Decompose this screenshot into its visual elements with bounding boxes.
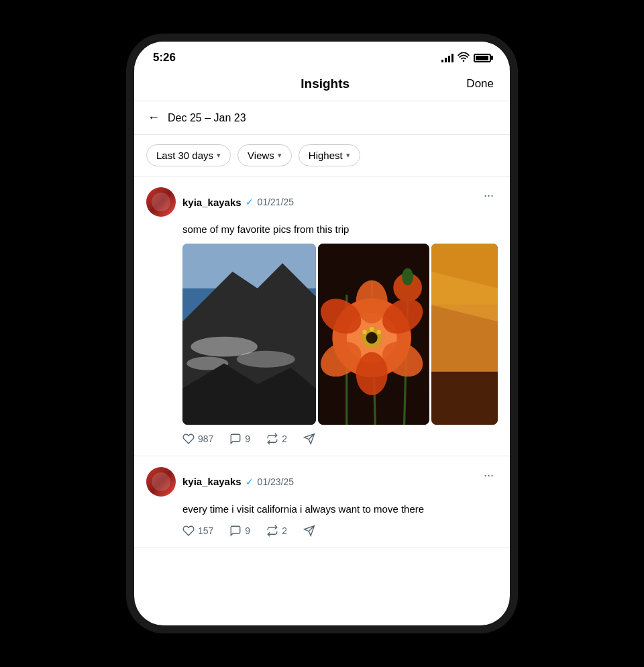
- comment-count: 9: [245, 433, 250, 444]
- photo-3: [431, 244, 498, 425]
- post-actions: 987 9 2: [182, 433, 498, 445]
- svg-point-0: [463, 60, 465, 62]
- svg-point-5: [237, 351, 295, 368]
- svg-point-24: [370, 327, 374, 331]
- like-count: 987: [198, 433, 213, 444]
- like-button[interactable]: 987: [182, 433, 213, 445]
- post-username: kyia_kayaks: [182, 476, 241, 487]
- post-text: every time i visit california i always w…: [182, 502, 498, 517]
- page-title: Insights: [184, 76, 466, 91]
- share-icon: [303, 433, 315, 445]
- svg-point-21: [366, 332, 377, 344]
- heart-icon: [182, 525, 195, 537]
- signal-icon: [441, 53, 453, 62]
- repost-icon: [266, 433, 278, 445]
- status-icons: [441, 52, 491, 64]
- comment-icon: [229, 433, 241, 445]
- post-card: kyia_kayaks ✓ 01/23/25 ··· every time i …: [134, 456, 510, 548]
- repost-count: 2: [282, 433, 287, 444]
- post-header: kyia_kayaks ✓ 01/21/25 ···: [146, 187, 498, 217]
- period-filter[interactable]: Last 30 days ▾: [146, 144, 231, 166]
- status-time: 5:26: [153, 51, 176, 64]
- post-text: some of my favorite pics from this trip: [182, 222, 498, 237]
- avatar: [146, 187, 176, 217]
- battery-icon: [474, 54, 491, 62]
- svg-point-14: [356, 280, 388, 323]
- post-header: kyia_kayaks ✓ 01/23/25 ···: [146, 467, 498, 497]
- like-count: 157: [198, 525, 213, 536]
- repost-icon: [266, 525, 278, 537]
- date-range-text: Dec 25 – Jan 23: [168, 112, 246, 124]
- heart-icon: [182, 433, 195, 445]
- done-button[interactable]: Done: [466, 77, 494, 91]
- photo-2: [318, 244, 429, 425]
- svg-point-26: [402, 268, 413, 285]
- like-button[interactable]: 157: [182, 525, 213, 537]
- metric-filter[interactable]: Views ▾: [237, 144, 292, 166]
- share-button[interactable]: [303, 433, 315, 445]
- post-date: 01/21/25: [258, 197, 294, 207]
- date-range-bar: ← Dec 25 – Jan 23: [134, 101, 510, 135]
- verified-icon: ✓: [246, 476, 254, 487]
- photo-grid: [182, 244, 498, 425]
- comment-count: 9: [245, 525, 250, 536]
- post-username: kyia_kayaks: [182, 197, 241, 208]
- filter-row: Last 30 days ▾ Views ▾ Highest ▾: [134, 135, 510, 176]
- svg-rect-30: [431, 372, 498, 425]
- verified-icon: ✓: [246, 197, 254, 207]
- more-options-button[interactable]: ···: [480, 187, 498, 204]
- wifi-icon: [458, 52, 470, 64]
- share-button[interactable]: [303, 525, 315, 537]
- avatar: [146, 467, 176, 497]
- back-arrow-icon[interactable]: ←: [148, 111, 160, 125]
- comment-button[interactable]: 9: [229, 433, 250, 445]
- phone-frame: 5:26 Insights Done: [134, 42, 510, 625]
- chevron-down-icon: ▾: [346, 151, 350, 160]
- photo-1: [182, 244, 316, 425]
- svg-point-17: [356, 352, 388, 395]
- sort-filter[interactable]: Highest ▾: [299, 144, 360, 166]
- status-bar: 5:26: [134, 42, 510, 68]
- comment-icon: [229, 525, 241, 537]
- comment-button[interactable]: 9: [229, 525, 250, 537]
- repost-count: 2: [282, 525, 287, 536]
- post-actions: 157 9 2: [182, 525, 498, 537]
- repost-button[interactable]: 2: [266, 525, 287, 537]
- chevron-down-icon: ▾: [278, 151, 282, 160]
- repost-button[interactable]: 2: [266, 433, 287, 445]
- more-options-button[interactable]: ···: [480, 467, 498, 484]
- post-date: 01/23/25: [258, 476, 294, 487]
- share-icon: [303, 525, 315, 537]
- insights-header: Insights Done: [134, 68, 510, 101]
- svg-point-22: [362, 329, 366, 334]
- svg-point-23: [377, 329, 381, 334]
- post-card: kyia_kayaks ✓ 01/21/25 ··· some of my fa…: [134, 176, 510, 456]
- chevron-down-icon: ▾: [217, 151, 221, 160]
